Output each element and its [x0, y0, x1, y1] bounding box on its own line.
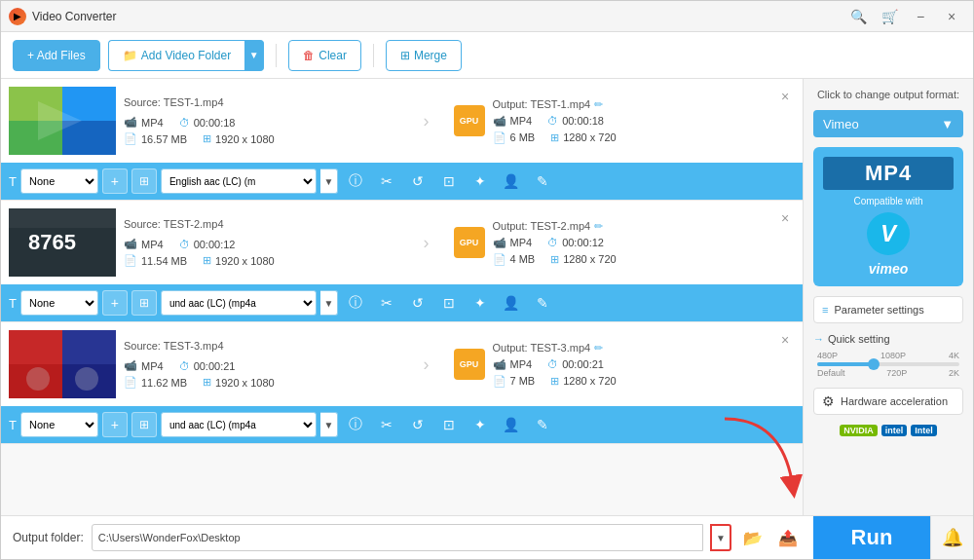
- out-res-icon-1: ⊞: [550, 131, 559, 144]
- text-icon-3: T: [9, 418, 17, 432]
- cut-icon-3[interactable]: ✂: [373, 412, 400, 437]
- alarm-button[interactable]: 🔔: [930, 516, 973, 559]
- audio-dropdown-2[interactable]: ▼: [320, 290, 338, 316]
- run-section: Run 🔔: [813, 516, 973, 559]
- app-icon: ▶: [9, 8, 26, 25]
- add-folder-button[interactable]: 📁 Add Video Folder: [108, 40, 245, 71]
- source-label-1: Source: TEST-1.mp4: [124, 96, 399, 108]
- effect-icon-1[interactable]: ✦: [467, 168, 494, 194]
- audio-dropdown-1[interactable]: ▼: [320, 168, 338, 194]
- subtitle-settings-3[interactable]: ⊞: [131, 412, 157, 437]
- audio-select-3[interactable]: und aac (LC) (mp4a: [161, 412, 317, 437]
- settings-icon: ≡: [822, 304, 828, 316]
- subtitle-select-1[interactable]: None: [20, 168, 98, 194]
- text-icon-2: T: [9, 296, 17, 311]
- effect-icon-2[interactable]: ✦: [467, 290, 494, 316]
- add-subtitle-1[interactable]: +: [102, 168, 128, 194]
- file-list: Source: TEST-1.mp4 📹 MP4 ⏱ 00:00:18: [1, 79, 803, 515]
- crop-icon-3[interactable]: ⊡: [435, 412, 463, 437]
- format-selector[interactable]: Vimeo ▼: [813, 110, 963, 137]
- subtitle-icon-3[interactable]: ✎: [529, 412, 556, 437]
- add-subtitle-3[interactable]: +: [102, 412, 128, 437]
- minimize-button[interactable]: −: [907, 6, 934, 27]
- search-icon[interactable]: 🔍: [844, 6, 872, 27]
- out-file-icon-1: 📄: [493, 131, 506, 144]
- subtitle-icon-2[interactable]: ✎: [529, 290, 556, 316]
- subtitle-settings-2[interactable]: ⊞: [131, 290, 157, 316]
- edit-output-icon-2[interactable]: ✏: [594, 220, 603, 233]
- audio-select-1[interactable]: English aac (LC) (m: [161, 168, 317, 194]
- subtitle-select-3[interactable]: None: [20, 412, 98, 437]
- info-icon-2[interactable]: ⓘ: [342, 290, 369, 316]
- close-file-1[interactable]: ×: [775, 87, 795, 106]
- export-button[interactable]: 📤: [774, 524, 802, 551]
- audio-select-2[interactable]: und aac (LC) (mp4a: [161, 290, 317, 316]
- res-icon-2: ⊞: [203, 254, 211, 267]
- subtitle-icon-1[interactable]: ✎: [529, 168, 556, 194]
- file-icon-2: 📄: [124, 254, 137, 267]
- edit-output-icon-1[interactable]: ✏: [594, 98, 603, 111]
- output-path-dropdown[interactable]: ▼: [710, 524, 731, 551]
- slider-fill: [817, 362, 874, 366]
- out-video-icon-1: 📹: [493, 115, 506, 128]
- watermark-icon-2[interactable]: 👤: [498, 290, 525, 316]
- thumbnail-2: 8765: [9, 208, 116, 277]
- edit-output-icon-3[interactable]: ✏: [594, 342, 603, 355]
- param-settings-button[interactable]: ≡ Parameter settings: [813, 296, 963, 323]
- vimeo-logo: V: [867, 212, 910, 255]
- info-icon-1[interactable]: ⓘ: [342, 168, 369, 194]
- watermark-icon-3[interactable]: 👤: [498, 412, 525, 437]
- src-format-1: 📹 MP4: [124, 116, 164, 129]
- arrow-icon-3: ›: [424, 355, 430, 375]
- out-res-icon-3: ⊞: [550, 375, 559, 388]
- browse-folder-button[interactable]: 📂: [739, 524, 767, 551]
- toolbar-divider-1: [276, 44, 277, 67]
- effect-icon-3[interactable]: ✦: [467, 412, 494, 437]
- quick-setting-section: → Quick setting 480P 1080P 4K Default: [813, 333, 963, 378]
- file-item-1: Source: TEST-1.mp4 📹 MP4 ⏱ 00:00:18: [1, 79, 803, 201]
- crop-icon-2[interactable]: ⊡: [435, 290, 463, 316]
- add-subtitle-2[interactable]: +: [102, 290, 128, 316]
- main-content: Source: TEST-1.mp4 📹 MP4 ⏱ 00:00:18: [1, 79, 973, 515]
- svg-rect-11: [62, 330, 116, 364]
- out-video-icon-3: 📹: [493, 358, 506, 371]
- hw-acceleration-button[interactable]: ⚙ Hardware acceleration: [813, 388, 963, 415]
- text-icon-1: T: [9, 174, 17, 189]
- output-label-2: Output: TEST-2.mp4: [493, 220, 591, 232]
- run-button[interactable]: Run: [813, 516, 930, 559]
- format-dropdown-icon: ▼: [941, 117, 954, 131]
- rotate-icon-3[interactable]: ↺: [404, 412, 431, 437]
- info-icon-3[interactable]: ⓘ: [342, 412, 369, 437]
- crop-icon-1[interactable]: ⊡: [435, 168, 463, 194]
- close-file-3[interactable]: ×: [775, 330, 795, 350]
- output-path-input[interactable]: [92, 524, 703, 551]
- clear-button[interactable]: 🗑 Clear: [288, 40, 361, 71]
- out-format-1: 📹 MP4: [493, 115, 533, 128]
- rotate-icon-2[interactable]: ↺: [404, 290, 431, 316]
- cut-icon-2[interactable]: ✂: [373, 290, 400, 316]
- out-video-icon-2: 📹: [493, 237, 506, 249]
- add-files-button[interactable]: + Add Files: [13, 40, 100, 71]
- close-file-2[interactable]: ×: [775, 208, 795, 228]
- quality-slider[interactable]: 480P 1080P 4K Default 720P 2K: [813, 351, 963, 378]
- compatible-with-label: Compatible with: [853, 196, 922, 206]
- cart-icon[interactable]: 🛒: [876, 6, 903, 27]
- add-folder-dropdown[interactable]: ▼: [244, 40, 264, 71]
- slider-thumb[interactable]: [868, 358, 880, 370]
- out-clock-icon-3: ⏱: [547, 358, 558, 370]
- subtitle-select-2[interactable]: None: [20, 290, 98, 316]
- res-icon-1: ⊞: [203, 132, 211, 145]
- gpu-badge-2: GPU: [454, 227, 485, 258]
- merge-button[interactable]: ⊞ Merge: [386, 40, 462, 71]
- gpu-badge-3: GPU: [454, 349, 485, 380]
- rotate-icon-1[interactable]: ↺: [404, 168, 431, 194]
- out-file-icon-2: 📄: [493, 253, 506, 266]
- watermark-icon-1[interactable]: 👤: [498, 168, 525, 194]
- audio-dropdown-3[interactable]: ▼: [320, 412, 338, 437]
- slider-track[interactable]: [817, 362, 959, 366]
- subtitle-settings-1[interactable]: ⊞: [131, 168, 157, 194]
- out-clock-icon-1: ⏱: [547, 115, 558, 127]
- cut-icon-1[interactable]: ✂: [373, 168, 400, 194]
- alarm-icon: 🔔: [942, 527, 963, 548]
- close-button[interactable]: ×: [938, 6, 965, 27]
